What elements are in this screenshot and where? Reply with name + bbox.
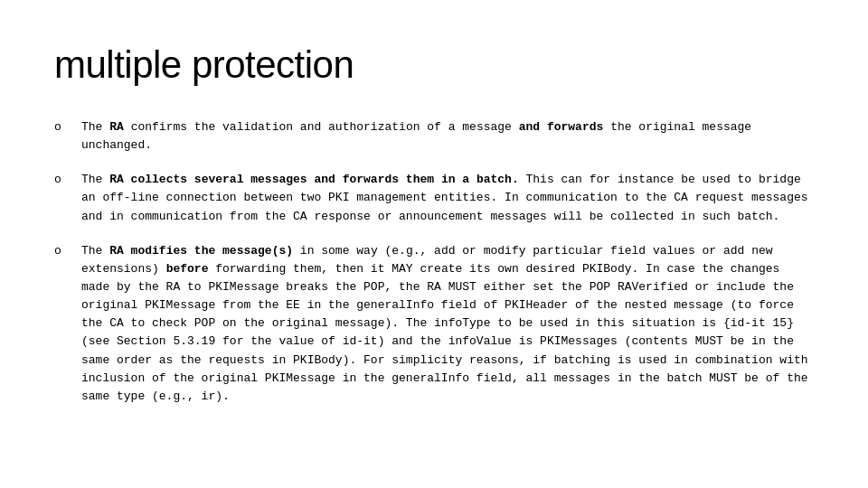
list-item: oThe RA collects several messages and fo… bbox=[54, 171, 814, 225]
bullet-text: The RA modifies the message(s) in some w… bbox=[81, 242, 814, 406]
bullet-marker: o bbox=[54, 118, 81, 136]
page-title: multiple protection bbox=[54, 36, 814, 93]
list-item: oThe RA modifies the message(s) in some … bbox=[54, 242, 814, 406]
bullet-marker: o bbox=[54, 171, 81, 189]
bullet-list: oThe RA confirms the validation and auth… bbox=[54, 118, 814, 406]
bullet-text: The RA collects several messages and for… bbox=[81, 171, 814, 225]
list-item: oThe RA confirms the validation and auth… bbox=[54, 118, 814, 155]
bullet-marker: o bbox=[54, 242, 81, 260]
bullet-text: The RA confirms the validation and autho… bbox=[81, 118, 814, 155]
